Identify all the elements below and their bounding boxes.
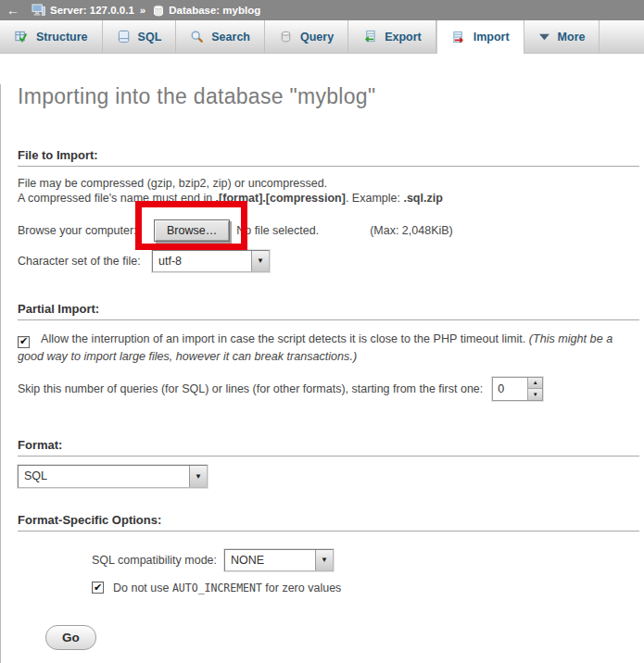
sql-compat-row: SQL compatibility mode: NONE — [92, 549, 639, 571]
tab-label: Search — [211, 31, 250, 44]
compression-mid: . Example: — [346, 192, 404, 205]
spinner-buttons — [527, 378, 542, 400]
tab-sql[interactable]: SQL — [103, 20, 177, 53]
charset-select-value: utf-8 — [153, 251, 251, 271]
no-auto-increment-label: Do not use AUTO_INCREMENT for zero value… — [113, 582, 341, 594]
breadcrumb-server[interactable]: Server: 127.0.0.1 — [50, 5, 134, 16]
file-to-import-heading: File to Import: — [18, 148, 639, 167]
skip-queries-label: Skip this number of queries (for SQL) or… — [18, 382, 483, 395]
format-specific-options-heading: Format-Specific Options: — [18, 513, 639, 532]
compression-info-line1: File may be compressed (gzip, bzip2, zip… — [18, 177, 639, 191]
browse-row: Browse your computer: Browse… No file se… — [18, 218, 639, 243]
charset-select[interactable]: utf-8 — [152, 250, 270, 272]
auto-increment-row: Do not use AUTO_INCREMENT for zero value… — [92, 582, 639, 594]
sql-icon — [117, 30, 131, 44]
chevron-down-icon — [538, 32, 550, 42]
format-select-row: SQL — [18, 465, 639, 488]
compression-prefix: A compressed file's name must end in — [18, 192, 216, 205]
back-arrow-icon[interactable]: ← — [6, 3, 19, 18]
tab-more[interactable]: More — [524, 20, 600, 53]
spin-down-button[interactable] — [528, 389, 542, 400]
tab-structure[interactable]: Structure — [0, 20, 103, 53]
format-select[interactable]: SQL — [18, 465, 208, 488]
search-icon — [190, 30, 204, 44]
compression-format-pattern: .[format].[compression] — [216, 192, 346, 205]
no-auto-increment-checkbox[interactable] — [92, 582, 104, 594]
format-heading: Format: — [18, 438, 639, 457]
tab-label: Export — [385, 31, 422, 44]
server-icon — [32, 4, 45, 17]
tab-label: SQL — [138, 31, 162, 44]
tab-search[interactable]: Search — [176, 20, 265, 53]
import-page: Importing into the database "myblog" Fil… — [0, 84, 644, 663]
browse-label: Browse your computer: — [18, 224, 154, 237]
max-size-text: (Max: 2,048KiB) — [370, 224, 453, 237]
skip-queries-row: Skip this number of queries (for SQL) or… — [18, 377, 639, 401]
go-button[interactable]: Go — [45, 625, 96, 650]
allow-interrupt-checkbox[interactable] — [18, 336, 30, 348]
tab-query[interactable]: Query — [265, 20, 348, 53]
charset-label: Character set of the file: — [18, 255, 152, 268]
tab-label: Structure — [36, 31, 88, 44]
page-title: Importing into the database "myblog" — [18, 84, 639, 109]
compression-example: .sql.zip — [403, 192, 442, 205]
breadcrumb-bar: ← Server: 127.0.0.1 » Database: myblog — [0, 0, 644, 20]
chevron-down-icon — [189, 466, 207, 487]
skip-queries-input[interactable]: 0 — [492, 377, 543, 401]
auto-increment-prefix: Do not use — [113, 582, 172, 594]
sql-compat-label: SQL compatibility mode: — [92, 554, 217, 567]
allow-interrupt-text: Allow the interruption of an import in c… — [41, 332, 529, 345]
structure-icon — [14, 30, 29, 44]
spin-up-button[interactable] — [528, 378, 542, 390]
skip-queries-value: 0 — [493, 378, 527, 400]
format-select-value: SQL — [19, 466, 189, 487]
tab-bar: Structure SQL Search Query — [0, 20, 644, 54]
browse-button[interactable]: Browse… — [154, 219, 230, 242]
chevron-down-icon — [251, 251, 269, 271]
tab-import[interactable]: Import — [436, 20, 524, 54]
tab-label: Import — [474, 31, 510, 44]
tab-label: Query — [300, 31, 334, 44]
query-icon — [279, 30, 293, 44]
sql-compat-select-value: NONE — [225, 550, 315, 570]
chevron-down-icon — [315, 550, 333, 570]
allow-interrupt-option: Allow the interruption of an import in c… — [18, 331, 633, 365]
auto-increment-code: AUTO_INCREMENT — [172, 582, 262, 594]
export-icon — [362, 30, 377, 44]
breadcrumb-separator: » — [140, 5, 145, 16]
import-icon — [451, 31, 466, 44]
sql-compat-select[interactable]: NONE — [224, 549, 334, 571]
no-file-selected-text: No file selected. — [236, 224, 319, 237]
charset-row: Character set of the file: utf-8 — [18, 249, 639, 272]
breadcrumb-database[interactable]: Database: myblog — [169, 5, 260, 16]
tab-export[interactable]: Export — [348, 20, 436, 53]
auto-increment-suffix: for zero values — [262, 582, 341, 594]
tab-label: More — [558, 31, 586, 44]
partial-import-heading: Partial Import: — [18, 302, 639, 320]
compression-info-line2: A compressed file's name must end in .[f… — [18, 192, 639, 206]
database-icon — [153, 5, 164, 17]
